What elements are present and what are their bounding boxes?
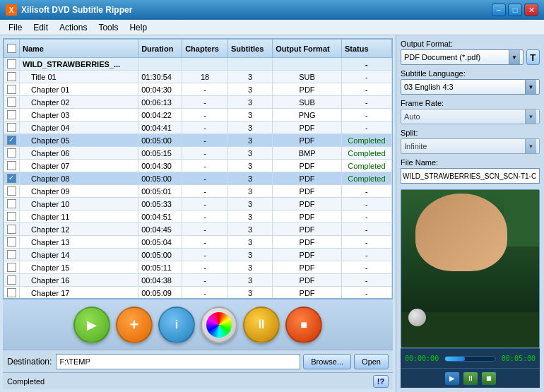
stop-icon: ■ bbox=[300, 319, 307, 331]
row-name: Chapter 16 bbox=[20, 274, 138, 287]
row-checkbox[interactable] bbox=[7, 288, 16, 297]
time-end: 00:05:00 bbox=[502, 355, 536, 362]
row-chapters: - bbox=[182, 287, 228, 299]
play-button[interactable]: ▶ bbox=[73, 307, 110, 343]
row-checkbox[interactable] bbox=[7, 275, 16, 285]
close-button[interactable]: ✕ bbox=[524, 4, 538, 16]
subtitle-language-select[interactable]: 03 English 4:3 ▼ bbox=[401, 79, 540, 95]
row-status: - bbox=[341, 249, 391, 261]
row-subtitles bbox=[227, 58, 272, 71]
row-checkbox[interactable] bbox=[7, 161, 16, 170]
settings-button[interactable] bbox=[201, 307, 237, 343]
row-status: - bbox=[341, 274, 391, 287]
row-checkbox[interactable] bbox=[7, 110, 16, 119]
table-row: Chapter 0300:04:22-3PNG- bbox=[4, 109, 392, 121]
row-status: - bbox=[341, 198, 391, 210]
row-checkbox[interactable] bbox=[7, 199, 16, 208]
row-subtitles: 3 bbox=[227, 261, 272, 274]
file-name-value: WILD_STRAWBERRIES_SCN_SCN-T1-C bbox=[403, 172, 536, 180]
row-format: PDF bbox=[273, 236, 342, 249]
row-checkbox[interactable] bbox=[7, 59, 16, 69]
table-row: Chapter 0200:06:13-3SUB- bbox=[4, 96, 392, 109]
row-checkbox[interactable] bbox=[7, 225, 16, 234]
output-format-value: PDF Document (*.pdf) bbox=[404, 53, 509, 61]
frame-rate-select[interactable]: Auto ▼ bbox=[401, 109, 540, 124]
row-checkbox[interactable] bbox=[7, 72, 16, 81]
row-format: PDF bbox=[273, 223, 342, 236]
row-chapters: - bbox=[182, 96, 228, 109]
add-button[interactable]: + bbox=[116, 307, 153, 343]
select-all-checkbox[interactable] bbox=[7, 44, 16, 53]
info-button[interactable]: i bbox=[158, 307, 195, 343]
row-checkbox[interactable] bbox=[7, 123, 16, 132]
row-format: PDF bbox=[273, 83, 342, 96]
row-checkbox[interactable] bbox=[7, 250, 16, 259]
row-duration: 00:05:33 bbox=[138, 198, 182, 210]
row-name: Chapter 07 bbox=[20, 160, 138, 172]
row-checkbox[interactable] bbox=[7, 136, 16, 145]
menu-help[interactable]: Help bbox=[124, 21, 153, 34]
stop-button[interactable]: ■ bbox=[285, 307, 322, 343]
time-start: 00:00:00 bbox=[405, 355, 439, 362]
frame-rate-value: Auto bbox=[404, 112, 525, 121]
destination-input[interactable] bbox=[56, 354, 300, 369]
maximize-button[interactable]: □ bbox=[508, 4, 522, 16]
row-checkbox[interactable] bbox=[7, 97, 16, 107]
row-checkbox[interactable] bbox=[7, 212, 16, 221]
file-name-label: File Name: bbox=[401, 158, 540, 167]
menu-tools[interactable]: Tools bbox=[93, 21, 124, 34]
time-track[interactable] bbox=[444, 356, 496, 362]
row-checkbox[interactable] bbox=[7, 237, 16, 247]
col-header-checkbox bbox=[4, 40, 20, 58]
row-duration: 00:05:00 bbox=[138, 134, 182, 147]
video-stop-button[interactable]: ⏹ bbox=[481, 372, 497, 386]
open-button[interactable]: Open bbox=[354, 354, 389, 369]
table-row: WILD_STRAWBERRIES_...- bbox=[4, 58, 392, 71]
row-chapters: - bbox=[182, 109, 228, 121]
output-format-select[interactable]: PDF Document (*.pdf) ▼ bbox=[401, 49, 524, 65]
row-duration: 00:04:30 bbox=[138, 160, 182, 172]
row-duration: 00:04:51 bbox=[138, 210, 182, 223]
row-format: PDF bbox=[273, 261, 342, 274]
row-checkbox[interactable] bbox=[7, 148, 16, 158]
file-table-wrapper[interactable]: Name Duration Chapters Subtitles Output … bbox=[3, 38, 393, 299]
row-checkbox[interactable] bbox=[7, 174, 16, 183]
table-row: Chapter 1500:05:11-3PDF- bbox=[4, 261, 392, 274]
row-duration: 00:05:00 bbox=[138, 172, 182, 185]
split-select[interactable]: Infinite ▼ bbox=[401, 138, 540, 154]
row-subtitles: 3 bbox=[227, 71, 272, 83]
row-duration: 00:04:38 bbox=[138, 274, 182, 287]
t-button[interactable]: T bbox=[526, 49, 540, 65]
pause-button[interactable]: ⏸ bbox=[243, 307, 280, 343]
controls-bar: ▶ + i ⏸ ■ bbox=[3, 299, 393, 350]
menu-file[interactable]: File bbox=[3, 21, 28, 34]
row-name: Chapter 04 bbox=[20, 121, 138, 134]
minimize-button[interactable]: − bbox=[492, 4, 506, 16]
row-name: Chapter 13 bbox=[20, 236, 138, 249]
row-subtitles: 3 bbox=[227, 287, 272, 299]
row-format: PDF bbox=[273, 198, 342, 210]
menu-edit[interactable]: Edit bbox=[28, 21, 54, 34]
help-button[interactable]: !? bbox=[373, 375, 389, 388]
row-checkbox[interactable] bbox=[7, 186, 16, 196]
row-duration: 01:30:54 bbox=[138, 71, 182, 83]
menu-actions[interactable]: Actions bbox=[54, 21, 93, 34]
browse-button[interactable]: Browse... bbox=[303, 354, 351, 369]
row-status: - bbox=[341, 121, 391, 134]
video-play-button[interactable]: ▶ bbox=[444, 372, 460, 386]
row-checkbox[interactable] bbox=[7, 263, 16, 272]
row-checkbox-cell bbox=[4, 287, 20, 299]
row-format bbox=[273, 58, 342, 71]
video-pause-button[interactable]: ⏸ bbox=[463, 372, 478, 386]
row-checkbox-cell bbox=[4, 96, 20, 109]
row-checkbox-cell bbox=[4, 236, 20, 249]
subtitle-language-arrow: ▼ bbox=[525, 80, 536, 94]
row-checkbox-cell bbox=[4, 223, 20, 236]
row-name: Chapter 01 bbox=[20, 83, 138, 96]
row-checkbox-cell bbox=[4, 210, 20, 223]
col-header-subtitles: Subtitles bbox=[227, 40, 272, 58]
row-checkbox[interactable] bbox=[7, 85, 16, 94]
play-icon: ▶ bbox=[87, 317, 97, 333]
row-checkbox-cell bbox=[4, 261, 20, 274]
col-header-name: Name bbox=[20, 40, 138, 58]
